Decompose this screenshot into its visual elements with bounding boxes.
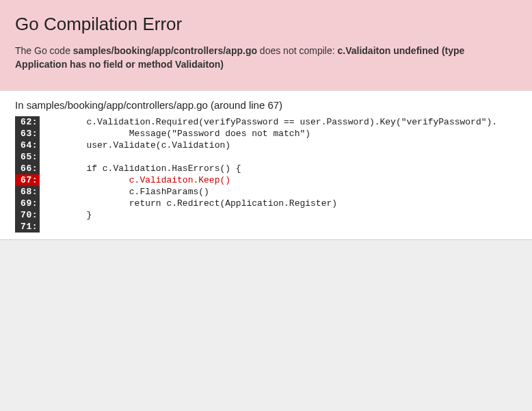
line-content: c.FlashParams() (40, 186, 209, 198)
code-heading: In samples/booking/app/controllers/app.g… (0, 99, 532, 116)
code-heading-prefix: In (15, 99, 27, 111)
code-line: 71: (0, 221, 532, 233)
code-line: 66: if c.Validation.HasErrors() { (0, 163, 532, 174)
line-number: 70: (15, 209, 40, 221)
line-content: if c.Validation.HasErrors() { (40, 163, 241, 174)
line-number: 68: (15, 186, 40, 198)
line-number: 67: (15, 174, 40, 186)
line-content (40, 151, 44, 163)
line-number: 63: (15, 128, 40, 140)
line-number: 69: (15, 198, 40, 209)
line-content: } (40, 209, 92, 221)
code-line: 67: c.Validaiton.Keep() (0, 174, 532, 186)
desc-file-path: samples/booking/app/controllers/app.go (73, 45, 257, 56)
code-heading-suffix: (around line 67) (208, 99, 282, 111)
desc-prefix: The Go code (15, 45, 73, 56)
code-line: 65: (0, 151, 532, 163)
line-content: c.Validaiton.Keep() (40, 174, 230, 186)
code-line: 62: c.Validation.Required(verifyPassword… (0, 116, 532, 128)
line-content: user.Validate(c.Validation) (40, 140, 230, 151)
error-header: Go Compilation Error The Go code samples… (0, 0, 532, 91)
line-content (40, 221, 44, 233)
line-number: 62: (15, 116, 40, 128)
code-heading-file: samples/booking/app/controllers/app.go (27, 99, 208, 111)
line-content: c.Validation.Required(verifyPassword == … (40, 116, 497, 128)
code-line: 69: return c.Redirect(Application.Regist… (0, 198, 532, 209)
error-title: Go Compilation Error (15, 14, 517, 35)
line-content: Message("Password does not match") (40, 128, 310, 140)
code-lines-container: 62: c.Validation.Required(verifyPassword… (0, 116, 532, 233)
desc-mid: does not compile: (257, 45, 338, 56)
line-number: 65: (15, 151, 40, 163)
code-line: 63: Message("Password does not match") (0, 128, 532, 140)
line-number: 66: (15, 163, 40, 174)
code-section: In samples/booking/app/controllers/app.g… (0, 91, 532, 240)
line-number: 71: (15, 221, 40, 233)
error-description: The Go code samples/booking/app/controll… (15, 44, 517, 71)
code-line: 64: user.Validate(c.Validation) (0, 140, 532, 151)
line-content: return c.Redirect(Application.Register) (40, 198, 337, 209)
line-number: 64: (15, 140, 40, 151)
code-line: 70: } (0, 209, 532, 221)
code-line: 68: c.FlashParams() (0, 186, 532, 198)
